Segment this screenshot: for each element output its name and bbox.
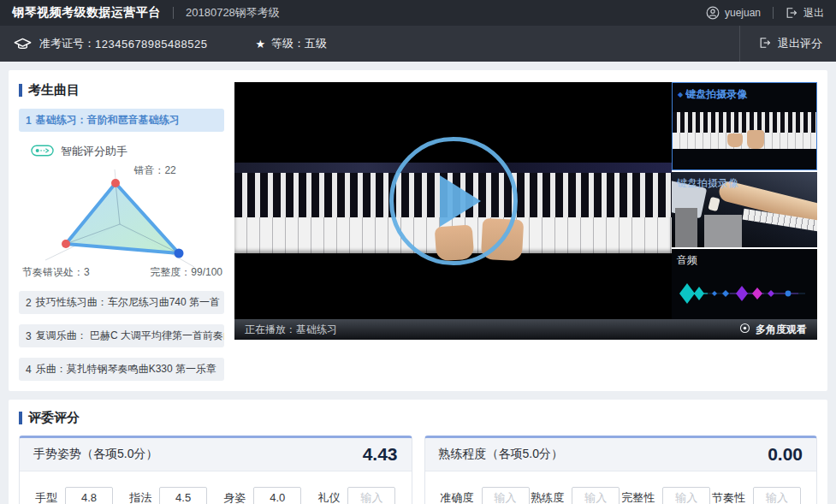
card-title: 手势姿势（各项5.0分） <box>33 447 157 462</box>
divider <box>173 7 174 19</box>
radar-label-completeness: 完整度：99/100 <box>150 265 222 280</box>
item-number: 1 <box>26 115 32 127</box>
playlist-item-4[interactable]: 4 乐曲：莫扎特钢琴奏鸣曲K330 第一乐章 <box>19 358 224 381</box>
thumbnail-label-text: 音频 <box>677 253 697 268</box>
field-hand-shape: 手型 <box>35 487 113 504</box>
gesture-posture-card: 手势姿势（各项5.0分） 4.43 手型 指法 身姿 <box>19 436 412 504</box>
judge-scoring-panel: 评委评分 手势姿势（各项5.0分） 4.43 手型 指法 <box>9 400 827 504</box>
username: yuejuan <box>725 7 761 19</box>
playlist-section-title: 考生曲目 <box>19 82 224 98</box>
field-label: 节奏性 <box>712 490 745 504</box>
multi-angle-button[interactable]: 多角度观看 <box>739 323 807 337</box>
fingering-input[interactable] <box>159 487 207 504</box>
thumbnail-keyboard-top[interactable]: ◆ 键盘拍摄录像 <box>672 82 817 170</box>
accent-bar <box>19 412 22 424</box>
item-label: 复调乐曲： 巴赫C 大调平均律第一首前奏曲 <box>36 329 224 343</box>
playlist-item-3[interactable]: 3 复调乐曲： 巴赫C 大调平均律第一首前奏曲 <box>19 324 224 347</box>
completeness-input[interactable] <box>662 487 710 504</box>
thumbnail-label: ◆ 键盘拍摄录像 <box>678 87 747 102</box>
item-number: 4 <box>26 364 32 376</box>
smart-toggle-icon <box>31 145 54 159</box>
main-content: 考生曲目 1 基础练习：音阶和琶音基础练习 智能评分助手 <box>0 62 836 504</box>
assistant-label: 智能评分助手 <box>61 144 127 159</box>
field-completeness: 完整性 <box>621 487 710 504</box>
multi-angle-label: 多角度观看 <box>756 323 807 337</box>
block-visual <box>675 208 697 247</box>
field-label: 完整性 <box>621 490 655 504</box>
rhythm-input[interactable] <box>753 487 801 504</box>
logout-button[interactable]: 退出 <box>786 6 824 21</box>
item-label: 技巧性练习曲：车尔尼练习曲740 第一首 <box>36 295 220 310</box>
proficiency-input[interactable] <box>572 487 620 504</box>
card-total-score: 0.00 <box>768 444 803 465</box>
level-info: ★ 等级： 五级 <box>255 36 327 51</box>
playlist-sidebar: 考生曲目 1 基础练习：音阶和琶音基础练习 智能评分助手 <box>19 82 224 381</box>
field-label: 身姿 <box>223 490 246 504</box>
exam-id-label: 准考证号： <box>39 36 95 51</box>
level-value: 五级 <box>305 36 327 51</box>
user-info: yuejuan <box>706 6 761 20</box>
divider <box>773 7 774 19</box>
thumbnail-keyboard-side[interactable]: 键盘拍摄录像 <box>672 172 817 247</box>
app-title: 钢琴视频考级数据运营平台 <box>12 5 161 21</box>
item-label: 基础练习：音阶和琶音基础练习 <box>36 113 180 127</box>
posture-input[interactable] <box>253 487 301 504</box>
now-playing-text: 正在播放：基础练习 <box>245 323 337 337</box>
field-label: 准确度 <box>441 490 474 504</box>
card-title: 熟练程度（各项5.0分） <box>439 447 563 462</box>
main-video[interactable] <box>234 82 672 319</box>
field-label: 熟练度 <box>531 490 564 504</box>
audio-waveform <box>679 278 809 309</box>
exam-panel: 考生曲目 1 基础练习：音阶和琶音基础练习 智能评分助手 <box>9 70 827 391</box>
field-label: 礼仪 <box>317 490 340 504</box>
field-posture: 身姿 <box>223 487 301 504</box>
accent-bar <box>19 84 22 97</box>
top-header: 钢琴视频考级数据运营平台 20180728钢琴考级 yuejuan 退出 <box>0 0 836 26</box>
user-avatar-icon <box>706 6 720 20</box>
thumbnail-audio[interactable]: 音频 <box>672 249 817 319</box>
logout-icon <box>786 7 797 19</box>
block-visual <box>704 215 742 247</box>
mini-hand-visual <box>727 133 743 147</box>
watch-visual <box>708 197 720 211</box>
item-number: 3 <box>26 330 32 342</box>
smart-scoring-assistant[interactable]: 智能评分助手 <box>31 144 224 159</box>
level-label: 等级： <box>271 36 305 51</box>
play-button[interactable] <box>389 137 518 265</box>
mini-hand-visual <box>747 130 764 149</box>
radar-label-wrong-notes: 错音：22 <box>133 163 175 178</box>
thumbnail-label-text: 键盘拍摄录像 <box>677 176 738 191</box>
camera-thumbnails: ◆ 键盘拍摄录像 键盘拍摄录像 <box>672 82 817 319</box>
exit-scoring-label: 退出评分 <box>778 36 822 51</box>
active-marker-icon: ◆ <box>678 91 683 98</box>
mini-piano-visual <box>673 112 816 148</box>
item-label: 乐曲：莫扎特钢琴奏鸣曲K330 第一乐章 <box>36 362 216 377</box>
field-proficiency: 熟练度 <box>531 487 620 504</box>
play-icon <box>440 175 481 227</box>
video-player: ◆ 键盘拍摄录像 键盘拍摄录像 <box>234 82 817 381</box>
etiquette-input[interactable] <box>347 487 395 504</box>
field-accuracy: 准确度 <box>441 487 530 504</box>
card-total-score: 4.43 <box>363 444 398 465</box>
exit-scoring-button[interactable]: 退出评分 <box>739 26 822 62</box>
field-label: 手型 <box>35 490 57 504</box>
proficiency-card: 熟练程度（各项5.0分） 0.00 准确度 熟练度 完整性 <box>424 436 818 504</box>
radar-chart-svg <box>19 163 224 281</box>
playlist-title-text: 考生曲目 <box>28 82 80 98</box>
exam-id-value: 12345678985488525 <box>95 38 207 50</box>
logout-label: 退出 <box>803 6 824 21</box>
playlist-item-1[interactable]: 1 基础练习：音阶和琶音基础练习 <box>19 109 224 132</box>
thumbnail-label-text: 键盘拍摄录像 <box>685 87 747 102</box>
star-icon: ★ <box>255 38 265 50</box>
exam-info-bar: 准考证号： 12345678985488525 ★ 等级： 五级 退出评分 <box>0 26 836 62</box>
item-number: 2 <box>26 297 32 309</box>
playlist-item-2[interactable]: 2 技巧性练习曲：车尔尼练习曲740 第一首 <box>19 291 224 314</box>
radar-chart: 错音：22 节奏错误处：3 完整度：99/100 <box>19 163 224 281</box>
thumbnail-label: 键盘拍摄录像 <box>677 176 738 191</box>
accuracy-input[interactable] <box>482 487 530 504</box>
field-fingering: 指法 <box>129 487 207 504</box>
radar-label-rhythm-errors: 节奏错误处：3 <box>22 265 90 280</box>
hand-shape-input[interactable] <box>65 487 113 504</box>
field-etiquette: 礼仪 <box>317 487 395 504</box>
scoring-title-text: 评委评分 <box>28 410 80 426</box>
